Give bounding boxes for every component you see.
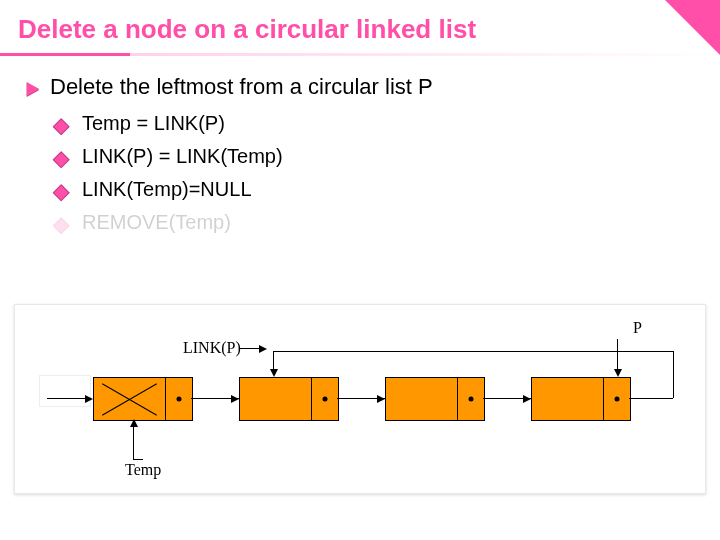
arrow-head-icon [270, 369, 278, 377]
label-linkp: LINK(P) [183, 339, 241, 357]
arrow-head-icon [259, 345, 267, 353]
bullet-text: Temp = LINK(P) [82, 112, 225, 135]
node-1-deleted [93, 377, 193, 421]
node-pointer [166, 378, 192, 420]
node-pointer [604, 378, 630, 420]
node-2 [239, 377, 339, 421]
bullet-text: LINK(P) = LINK(Temp) [82, 145, 283, 168]
arrow-line [673, 351, 674, 398]
bullet-level2: LINK(Temp)=NULL [58, 178, 694, 201]
corner-accent [665, 0, 720, 55]
bullet-level2-cutoff: REMOVE(Temp) [58, 211, 694, 234]
arrow-line [629, 398, 673, 399]
diamond-icon [53, 217, 70, 234]
arrow-line [617, 339, 618, 373]
arrow-line [133, 459, 143, 460]
title-underline [0, 53, 720, 56]
bullet-level2: LINK(P) = LINK(Temp) [58, 145, 694, 168]
node-data [240, 378, 312, 420]
node-pointer [312, 378, 338, 420]
linked-list-diagram: P LINK(P) Temp [29, 315, 691, 485]
white-cover [39, 375, 91, 407]
arrow-head-icon [130, 419, 138, 427]
diamond-icon [53, 151, 70, 168]
arrow-head-icon [614, 369, 622, 377]
node-3 [385, 377, 485, 421]
arrow-line [273, 351, 673, 352]
node-pointer [458, 378, 484, 420]
node-data [532, 378, 604, 420]
slide-content: Delete the leftmost from a circular list… [0, 74, 720, 234]
slide-title: Delete a node on a circular linked list [0, 0, 720, 53]
arrow-head-icon [231, 395, 239, 403]
label-p: P [633, 319, 642, 337]
arrow-icon [27, 82, 40, 96]
bullet-level1: Delete the leftmost from a circular list… [26, 74, 694, 100]
arrow-head-icon [523, 395, 531, 403]
bullet-text: LINK(Temp)=NULL [82, 178, 252, 201]
bullet-level2: Temp = LINK(P) [58, 112, 694, 135]
label-temp: Temp [125, 461, 161, 479]
arrow-head-icon [377, 395, 385, 403]
diagram-container: P LINK(P) Temp [14, 304, 706, 494]
arrow-line [133, 425, 134, 459]
node-4 [531, 377, 631, 421]
bullet-text: Delete the leftmost from a circular list… [50, 74, 433, 100]
node-data [94, 378, 166, 420]
node-data [386, 378, 458, 420]
bullet-text: REMOVE(Temp) [82, 211, 231, 234]
diamond-icon [53, 118, 70, 135]
arrow-head-icon [85, 395, 93, 403]
diamond-icon [53, 184, 70, 201]
